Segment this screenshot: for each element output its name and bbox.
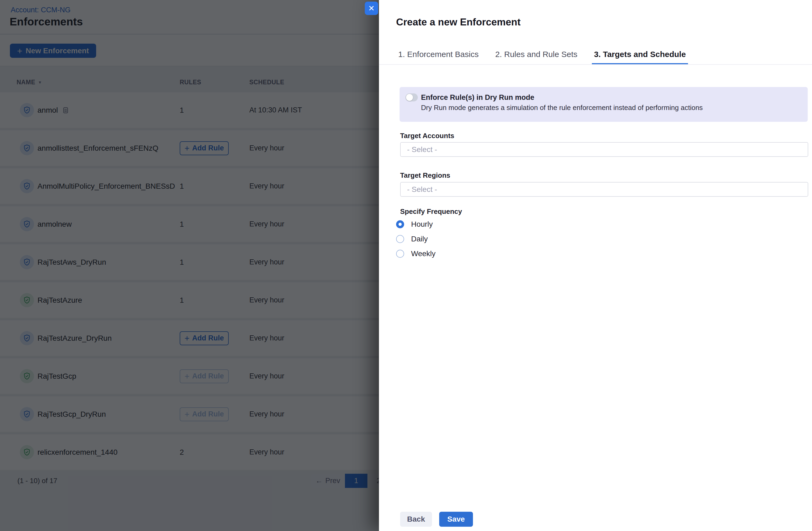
specify-frequency-label: Specify Frequency: [400, 207, 462, 216]
tab-enforcement-basics[interactable]: 1. Enforcement Basics: [396, 50, 481, 65]
frequency-option-weekly[interactable]: Weekly: [396, 249, 435, 259]
dry-run-title: Enforce Rule(s) in Dry Run mode: [421, 93, 534, 102]
close-button[interactable]: ✕: [365, 2, 378, 15]
tab-targets-and-schedule[interactable]: 3. Targets and Schedule: [592, 50, 688, 65]
frequency-option-daily[interactable]: Daily: [396, 234, 428, 244]
target-regions-label: Target Regions: [400, 171, 450, 180]
target-accounts-select[interactable]: - Select -: [400, 142, 808, 157]
save-button[interactable]: Save: [439, 512, 473, 527]
wizard-tabs: 1. Enforcement Basics 2. Rules and Rule …: [396, 50, 688, 65]
screen: Account: CCM-NG Enforcements + New Enfor…: [0, 0, 812, 531]
drawer-title: Create a new Enforcement: [396, 17, 521, 28]
target-regions-placeholder: - Select -: [407, 185, 437, 194]
target-accounts-placeholder: - Select -: [407, 145, 437, 154]
radio-icon: [396, 250, 404, 258]
target-regions-select[interactable]: - Select -: [400, 182, 808, 197]
tabs-divider: [379, 64, 812, 65]
toggle-knob: [406, 94, 413, 101]
tab-rules-and-rule-sets[interactable]: 2. Rules and Rule Sets: [493, 50, 580, 65]
target-accounts-label: Target Accounts: [400, 132, 454, 140]
radio-icon: [396, 235, 404, 243]
dry-run-description: Dry Run mode generates a simulation of t…: [421, 104, 703, 112]
close-icon: ✕: [368, 4, 375, 13]
radio-icon: [396, 220, 404, 228]
frequency-option-hourly[interactable]: Hourly: [396, 220, 433, 229]
dry-run-toggle[interactable]: [405, 93, 418, 101]
create-enforcement-drawer: ✕ Create a new Enforcement 1. Enforcemen…: [379, 0, 812, 531]
back-button[interactable]: Back: [400, 512, 432, 527]
